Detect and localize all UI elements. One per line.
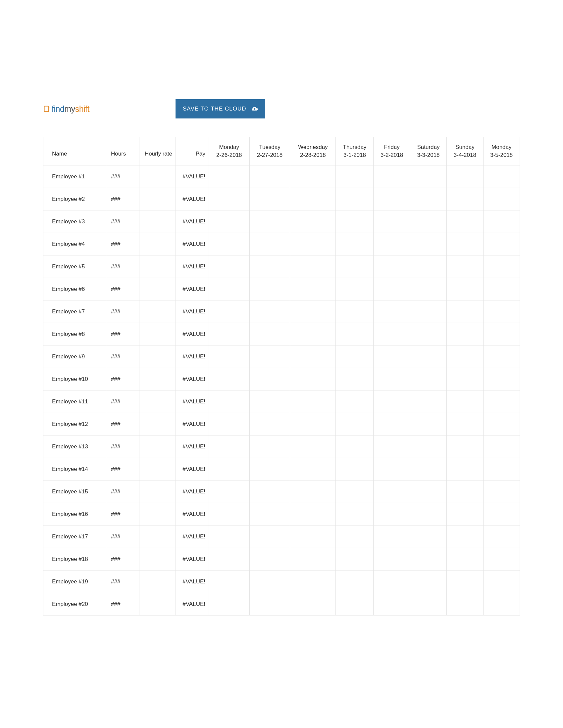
cell-hourly-rate[interactable] <box>139 480 176 503</box>
cell-pay[interactable]: #VALUE! <box>176 345 209 368</box>
cell-pay[interactable]: #VALUE! <box>176 165 209 188</box>
cell-pay[interactable]: #VALUE! <box>176 570 209 593</box>
cell-name[interactable]: Employee #16 <box>43 503 106 525</box>
cell-shift[interactable] <box>447 278 483 300</box>
cell-shift[interactable] <box>410 480 446 503</box>
cell-hours[interactable]: ### <box>106 458 139 480</box>
cell-shift[interactable] <box>290 458 336 480</box>
cell-shift[interactable] <box>410 323 446 345</box>
cell-shift[interactable] <box>447 525 483 548</box>
cell-shift[interactable] <box>336 368 374 390</box>
cell-shift[interactable] <box>374 233 410 255</box>
cell-shift[interactable] <box>290 525 336 548</box>
cell-shift[interactable] <box>249 188 290 210</box>
cell-shift[interactable] <box>290 210 336 233</box>
cell-hourly-rate[interactable] <box>139 503 176 525</box>
cell-hours[interactable]: ### <box>106 323 139 345</box>
cell-shift[interactable] <box>209 458 250 480</box>
cell-hourly-rate[interactable] <box>139 435 176 458</box>
cell-shift[interactable] <box>336 210 374 233</box>
cell-shift[interactable] <box>410 233 446 255</box>
cell-shift[interactable] <box>209 210 250 233</box>
cell-hours[interactable]: ### <box>106 435 139 458</box>
cell-name[interactable]: Employee #8 <box>43 323 106 345</box>
cell-name[interactable]: Employee #11 <box>43 390 106 413</box>
cell-shift[interactable] <box>290 255 336 278</box>
cell-shift[interactable] <box>209 525 250 548</box>
cell-shift[interactable] <box>249 390 290 413</box>
cell-hours[interactable]: ### <box>106 165 139 188</box>
cell-shift[interactable] <box>249 413 290 435</box>
cell-shift[interactable] <box>410 165 446 188</box>
cell-shift[interactable] <box>410 210 446 233</box>
cell-pay[interactable]: #VALUE! <box>176 278 209 300</box>
cell-name[interactable]: Employee #2 <box>43 188 106 210</box>
cell-hourly-rate[interactable] <box>139 413 176 435</box>
cell-hourly-rate[interactable] <box>139 323 176 345</box>
cell-shift[interactable] <box>209 188 250 210</box>
cell-shift[interactable] <box>483 345 520 368</box>
cell-shift[interactable] <box>249 435 290 458</box>
cell-shift[interactable] <box>410 548 446 570</box>
cell-shift[interactable] <box>209 570 250 593</box>
cell-shift[interactable] <box>374 548 410 570</box>
cell-hours[interactable]: ### <box>106 593 139 615</box>
cell-hours[interactable]: ### <box>106 390 139 413</box>
cell-hourly-rate[interactable] <box>139 593 176 615</box>
cell-shift[interactable] <box>374 593 410 615</box>
cell-shift[interactable] <box>410 458 446 480</box>
cell-shift[interactable] <box>483 593 520 615</box>
cell-shift[interactable] <box>483 233 520 255</box>
cell-shift[interactable] <box>374 300 410 323</box>
cell-shift[interactable] <box>290 345 336 368</box>
cell-shift[interactable] <box>483 413 520 435</box>
cell-shift[interactable] <box>290 188 336 210</box>
cell-hourly-rate[interactable] <box>139 278 176 300</box>
cell-hours[interactable]: ### <box>106 188 139 210</box>
cell-shift[interactable] <box>336 233 374 255</box>
cell-shift[interactable] <box>209 323 250 345</box>
cell-shift[interactable] <box>410 345 446 368</box>
cell-shift[interactable] <box>374 255 410 278</box>
cell-shift[interactable] <box>249 525 290 548</box>
cell-shift[interactable] <box>410 255 446 278</box>
cell-shift[interactable] <box>209 368 250 390</box>
cell-shift[interactable] <box>290 278 336 300</box>
cell-shift[interactable] <box>447 593 483 615</box>
cell-shift[interactable] <box>290 503 336 525</box>
cell-shift[interactable] <box>209 345 250 368</box>
cell-shift[interactable] <box>290 300 336 323</box>
cell-shift[interactable] <box>447 300 483 323</box>
cell-shift[interactable] <box>374 390 410 413</box>
cell-hours[interactable]: ### <box>106 300 139 323</box>
cell-shift[interactable] <box>249 570 290 593</box>
cell-hours[interactable]: ### <box>106 548 139 570</box>
cell-name[interactable]: Employee #19 <box>43 570 106 593</box>
cell-hours[interactable]: ### <box>106 233 139 255</box>
cell-pay[interactable]: #VALUE! <box>176 503 209 525</box>
cell-shift[interactable] <box>483 570 520 593</box>
cell-shift[interactable] <box>483 255 520 278</box>
cell-pay[interactable]: #VALUE! <box>176 323 209 345</box>
cell-name[interactable]: Employee #13 <box>43 435 106 458</box>
cell-shift[interactable] <box>483 458 520 480</box>
cell-shift[interactable] <box>209 255 250 278</box>
cell-shift[interactable] <box>336 278 374 300</box>
cell-name[interactable]: Employee #18 <box>43 548 106 570</box>
cell-shift[interactable] <box>374 570 410 593</box>
cell-shift[interactable] <box>336 480 374 503</box>
cell-shift[interactable] <box>336 548 374 570</box>
cell-shift[interactable] <box>483 548 520 570</box>
cell-shift[interactable] <box>249 233 290 255</box>
cell-shift[interactable] <box>209 480 250 503</box>
cell-shift[interactable] <box>249 593 290 615</box>
cell-name[interactable]: Employee #7 <box>43 300 106 323</box>
cell-shift[interactable] <box>447 188 483 210</box>
cell-shift[interactable] <box>209 278 250 300</box>
cell-shift[interactable] <box>483 503 520 525</box>
cell-shift[interactable] <box>209 593 250 615</box>
cell-shift[interactable] <box>374 210 410 233</box>
cell-name[interactable]: Employee #10 <box>43 368 106 390</box>
cell-shift[interactable] <box>336 503 374 525</box>
cell-shift[interactable] <box>447 413 483 435</box>
